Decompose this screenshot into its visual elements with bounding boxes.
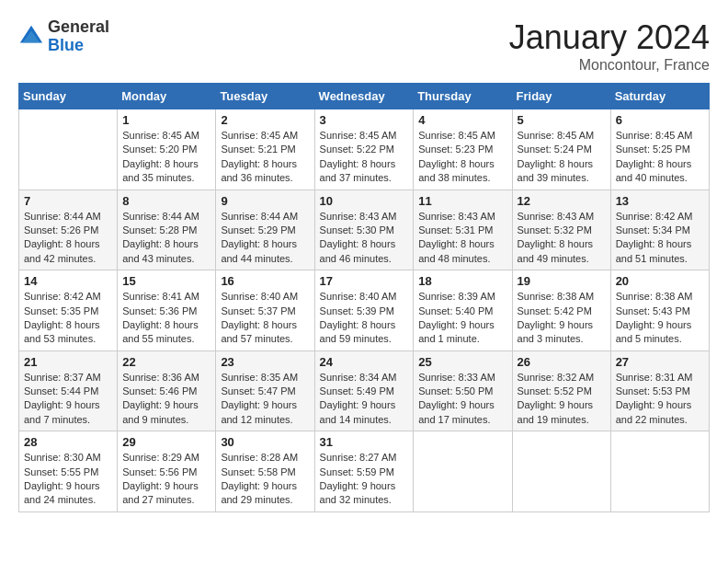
calendar-table: SundayMondayTuesdayWednesdayThursdayFrid… xyxy=(18,83,710,512)
day-info: Sunrise: 8:45 AMSunset: 5:21 PMDaylight:… xyxy=(221,129,309,186)
day-number: 11 xyxy=(418,194,506,208)
day-info: Sunrise: 8:40 AMSunset: 5:39 PMDaylight:… xyxy=(320,290,409,347)
calendar-cell xyxy=(19,109,118,190)
calendar-cell: 11Sunrise: 8:43 AMSunset: 5:31 PMDayligh… xyxy=(414,190,512,270)
day-info: Sunrise: 8:27 AMSunset: 5:59 PMDaylight:… xyxy=(320,451,409,508)
day-info: Sunrise: 8:40 AMSunset: 5:37 PMDaylight:… xyxy=(221,290,309,347)
calendar-cell xyxy=(610,431,709,512)
calendar-cell: 12Sunrise: 8:43 AMSunset: 5:32 PMDayligh… xyxy=(512,190,610,270)
day-info: Sunrise: 8:32 AMSunset: 5:52 PMDaylight:… xyxy=(518,371,606,428)
day-info: Sunrise: 8:39 AMSunset: 5:40 PMDaylight:… xyxy=(418,290,506,347)
calendar-cell: 9Sunrise: 8:44 AMSunset: 5:29 PMDaylight… xyxy=(216,190,314,270)
logo-general-text: General xyxy=(48,17,109,36)
day-info: Sunrise: 8:29 AMSunset: 5:56 PMDaylight:… xyxy=(122,451,210,508)
page-header: General Blue January 2024 Moncontour, Fr… xyxy=(18,18,710,74)
calendar-week-row: 14Sunrise: 8:42 AMSunset: 5:35 PMDayligh… xyxy=(19,270,710,351)
calendar-cell: 6Sunrise: 8:45 AMSunset: 5:25 PMDaylight… xyxy=(610,109,709,190)
day-info: Sunrise: 8:44 AMSunset: 5:29 PMDaylight:… xyxy=(221,210,309,267)
day-number: 30 xyxy=(221,435,309,449)
day-number: 15 xyxy=(122,274,210,288)
day-number: 8 xyxy=(122,194,210,208)
calendar-cell: 13Sunrise: 8:42 AMSunset: 5:34 PMDayligh… xyxy=(610,190,709,270)
day-info: Sunrise: 8:45 AMSunset: 5:23 PMDaylight:… xyxy=(418,129,506,186)
day-number: 4 xyxy=(418,113,506,127)
calendar-cell: 15Sunrise: 8:41 AMSunset: 5:36 PMDayligh… xyxy=(118,270,216,351)
calendar-cell: 2Sunrise: 8:45 AMSunset: 5:21 PMDaylight… xyxy=(216,109,314,190)
day-info: Sunrise: 8:45 AMSunset: 5:25 PMDaylight:… xyxy=(616,129,704,186)
day-info: Sunrise: 8:33 AMSunset: 5:50 PMDaylight:… xyxy=(418,371,506,428)
weekday-cell: Wednesday xyxy=(314,84,414,109)
calendar-cell: 28Sunrise: 8:30 AMSunset: 5:55 PMDayligh… xyxy=(19,431,118,512)
day-number: 19 xyxy=(518,274,606,288)
calendar-cell: 14Sunrise: 8:42 AMSunset: 5:35 PMDayligh… xyxy=(19,270,118,351)
day-number: 13 xyxy=(616,194,704,208)
weekday-cell: Thursday xyxy=(414,84,512,109)
day-number: 5 xyxy=(518,113,606,127)
day-info: Sunrise: 8:44 AMSunset: 5:28 PMDaylight:… xyxy=(122,210,210,267)
day-info: Sunrise: 8:34 AMSunset: 5:49 PMDaylight:… xyxy=(320,371,409,428)
weekday-cell: Saturday xyxy=(610,84,709,109)
day-number: 29 xyxy=(122,435,210,449)
calendar-cell: 3Sunrise: 8:45 AMSunset: 5:22 PMDaylight… xyxy=(314,109,414,190)
day-info: Sunrise: 8:31 AMSunset: 5:53 PMDaylight:… xyxy=(616,371,704,428)
day-info: Sunrise: 8:30 AMSunset: 5:55 PMDaylight:… xyxy=(24,451,112,508)
day-info: Sunrise: 8:43 AMSunset: 5:32 PMDaylight:… xyxy=(518,210,606,267)
day-info: Sunrise: 8:41 AMSunset: 5:36 PMDaylight:… xyxy=(122,290,210,347)
weekday-cell: Monday xyxy=(118,84,216,109)
title-block: January 2024 Moncontour, France xyxy=(509,18,710,74)
calendar-cell: 1Sunrise: 8:45 AMSunset: 5:20 PMDaylight… xyxy=(118,109,216,190)
day-number: 18 xyxy=(418,274,506,288)
weekday-cell: Tuesday xyxy=(216,84,314,109)
calendar-cell xyxy=(512,431,610,512)
day-number: 21 xyxy=(24,355,112,369)
calendar-week-row: 28Sunrise: 8:30 AMSunset: 5:55 PMDayligh… xyxy=(19,431,710,512)
calendar-cell: 10Sunrise: 8:43 AMSunset: 5:30 PMDayligh… xyxy=(314,190,414,270)
day-info: Sunrise: 8:45 AMSunset: 5:20 PMDaylight:… xyxy=(122,129,210,186)
day-info: Sunrise: 8:28 AMSunset: 5:58 PMDaylight:… xyxy=(221,451,309,508)
day-number: 10 xyxy=(320,194,409,208)
day-info: Sunrise: 8:43 AMSunset: 5:30 PMDaylight:… xyxy=(320,210,409,267)
day-info: Sunrise: 8:45 AMSunset: 5:22 PMDaylight:… xyxy=(320,129,409,186)
calendar-cell: 29Sunrise: 8:29 AMSunset: 5:56 PMDayligh… xyxy=(118,431,216,512)
day-info: Sunrise: 8:38 AMSunset: 5:42 PMDaylight:… xyxy=(518,290,606,347)
day-info: Sunrise: 8:36 AMSunset: 5:46 PMDaylight:… xyxy=(122,371,210,428)
logo-blue-text: Blue xyxy=(48,36,84,54)
calendar-cell: 25Sunrise: 8:33 AMSunset: 5:50 PMDayligh… xyxy=(414,350,512,431)
calendar-cell: 30Sunrise: 8:28 AMSunset: 5:58 PMDayligh… xyxy=(216,431,314,512)
calendar-cell: 23Sunrise: 8:35 AMSunset: 5:47 PMDayligh… xyxy=(216,350,314,431)
calendar-cell: 5Sunrise: 8:45 AMSunset: 5:24 PMDaylight… xyxy=(512,109,610,190)
calendar-cell: 16Sunrise: 8:40 AMSunset: 5:37 PMDayligh… xyxy=(216,270,314,351)
calendar-cell: 19Sunrise: 8:38 AMSunset: 5:42 PMDayligh… xyxy=(512,270,610,351)
logo: General Blue xyxy=(18,18,109,55)
day-number: 26 xyxy=(518,355,606,369)
day-info: Sunrise: 8:38 AMSunset: 5:43 PMDaylight:… xyxy=(616,290,704,347)
day-number: 23 xyxy=(221,355,309,369)
day-number: 24 xyxy=(320,355,409,369)
logo-icon xyxy=(18,24,44,50)
calendar-cell: 24Sunrise: 8:34 AMSunset: 5:49 PMDayligh… xyxy=(314,350,414,431)
weekday-cell: Friday xyxy=(512,84,610,109)
calendar-cell: 8Sunrise: 8:44 AMSunset: 5:28 PMDaylight… xyxy=(118,190,216,270)
day-number: 20 xyxy=(616,274,704,288)
calendar-cell: 21Sunrise: 8:37 AMSunset: 5:44 PMDayligh… xyxy=(19,350,118,431)
day-info: Sunrise: 8:42 AMSunset: 5:34 PMDaylight:… xyxy=(616,210,704,267)
day-info: Sunrise: 8:45 AMSunset: 5:24 PMDaylight:… xyxy=(518,129,606,186)
day-number: 2 xyxy=(221,113,309,127)
calendar-cell: 27Sunrise: 8:31 AMSunset: 5:53 PMDayligh… xyxy=(610,350,709,431)
day-number: 17 xyxy=(320,274,409,288)
calendar-cell: 4Sunrise: 8:45 AMSunset: 5:23 PMDaylight… xyxy=(414,109,512,190)
calendar-cell: 22Sunrise: 8:36 AMSunset: 5:46 PMDayligh… xyxy=(118,350,216,431)
calendar-week-row: 7Sunrise: 8:44 AMSunset: 5:26 PMDaylight… xyxy=(19,190,710,270)
calendar-cell: 26Sunrise: 8:32 AMSunset: 5:52 PMDayligh… xyxy=(512,350,610,431)
calendar-week-row: 21Sunrise: 8:37 AMSunset: 5:44 PMDayligh… xyxy=(19,350,710,431)
day-info: Sunrise: 8:35 AMSunset: 5:47 PMDaylight:… xyxy=(221,371,309,428)
day-number: 14 xyxy=(24,274,112,288)
day-info: Sunrise: 8:42 AMSunset: 5:35 PMDaylight:… xyxy=(24,290,112,347)
day-number: 3 xyxy=(320,113,409,127)
day-number: 12 xyxy=(518,194,606,208)
calendar-body: 1Sunrise: 8:45 AMSunset: 5:20 PMDaylight… xyxy=(19,109,710,512)
day-number: 31 xyxy=(320,435,409,449)
weekday-header-row: SundayMondayTuesdayWednesdayThursdayFrid… xyxy=(19,84,710,109)
weekday-cell: Sunday xyxy=(19,84,118,109)
calendar-cell: 20Sunrise: 8:38 AMSunset: 5:43 PMDayligh… xyxy=(610,270,709,351)
